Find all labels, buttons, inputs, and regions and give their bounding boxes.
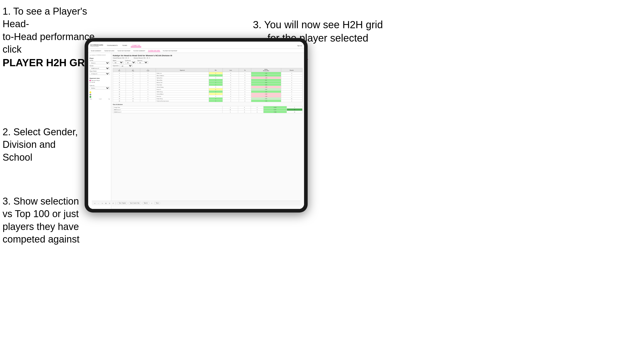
subnav-team-summary[interactable]: TEAM SUMMARY	[90, 50, 102, 52]
ood-cell-win: 1	[223, 106, 238, 109]
col-conf: #Conf	[140, 68, 156, 72]
toolbar-share-btn[interactable]: Share	[154, 202, 160, 204]
cell-win: 0	[209, 77, 223, 79]
table-row: 10 6 3 Andrea York 2 0 0 4.00 4	[113, 81, 303, 84]
toolbar-save-btn[interactable]: Save Custom View	[129, 202, 141, 204]
sidebar-player-rank-select[interactable]: 8. Katelyn Vo	[89, 72, 110, 75]
ood-cell-loss: 0	[238, 109, 251, 111]
sidebar-player-section: Player	[89, 57, 110, 59]
sidebar-player-rank-label: Player (Rank)	[89, 71, 110, 72]
ood-cell-win: 5	[223, 111, 238, 113]
nav-committee[interactable]: COMMITTEE	[131, 44, 141, 47]
cell-opponent: Federica Domenq Lacroze	[156, 100, 209, 102]
filter-conference-select[interactable]: (All)	[125, 61, 136, 64]
cell-opponent: Sydney Kuo	[156, 77, 209, 79]
sidebar-division-select[interactable]: NCAA Division III	[89, 67, 110, 70]
cell-div: 13	[113, 86, 126, 88]
cell-div: 14	[113, 88, 126, 91]
cell-reg: 8	[126, 91, 140, 93]
col-div: #Div	[113, 68, 126, 72]
cell-loss: 0	[223, 81, 239, 84]
cell-diff: 4.00	[251, 74, 281, 77]
ood-cell-loss: 0	[238, 106, 251, 109]
cell-rounds: 4	[281, 72, 303, 74]
toolbar-view-btn[interactable]: View: Original	[117, 202, 127, 204]
cell-win: 0	[209, 86, 223, 88]
sidebar-gender-select[interactable]: Women's	[89, 62, 110, 64]
cell-conf: 3	[140, 81, 156, 84]
step2-line2: Division and	[3, 139, 56, 150]
filter-opponent-select[interactable]: (All)	[137, 61, 148, 64]
ood-cell-tie: 0	[251, 106, 263, 109]
subnav-player-h2h[interactable]: PLAYER H2H GRID	[148, 50, 160, 52]
cell-div: 20	[113, 100, 126, 102]
cell-reg: 1	[126, 93, 140, 95]
ood-cell-diff: 9.267	[263, 109, 287, 111]
sidebar-radio-top100[interactable]: Top 100	[89, 82, 110, 83]
cell-div: 3	[113, 72, 126, 74]
subnav-team-heatmap[interactable]: TEAM H2H HEATMAP	[117, 50, 131, 52]
filter-conference: Conference (All)	[125, 60, 136, 64]
cell-rounds: 9	[281, 88, 303, 91]
cell-div: 19	[113, 98, 126, 100]
bottom-toolbar: ↩ ← ↪ ⊞ ⟲ ↺ View: Original Save Custom V…	[92, 201, 300, 205]
cell-opponent: Jessica Huang	[156, 86, 209, 88]
sidebar: Last Updated: 27/03/2024 16:55:28 Player…	[88, 53, 111, 209]
cell-diff: -5.00	[251, 95, 281, 98]
subnav-player-summary[interactable]: PLAYER SUMMARY	[133, 50, 146, 52]
cell-conf: 1	[140, 86, 156, 88]
sidebar-timestamp: Last Updated: 27/03/2024 16:55:28	[89, 54, 110, 56]
col-tie: Tie	[239, 68, 251, 72]
nav-teams[interactable]: TEAMS	[121, 44, 128, 47]
main-data-table: #Div #Reg #Conf Opponent Win Loss Tie Di…	[113, 68, 303, 102]
table-row: 9 1 4 Sharon Mun 1 0 0 3.67 3	[113, 79, 303, 81]
toolbar-share-icon[interactable]: ⇪	[151, 202, 153, 204]
sidebar-radio-opponents-played[interactable]: Opponents Played	[89, 80, 110, 81]
cell-tie: 0	[239, 81, 251, 84]
cell-diff: 1.25	[251, 91, 281, 93]
cell-rounds: 2	[281, 86, 303, 88]
toolbar-undo[interactable]: ↩	[94, 202, 96, 204]
step1-bold: PLAYER H2H GRID	[3, 57, 95, 68]
cell-loss: 1	[223, 98, 239, 100]
toolbar-redo[interactable]: ↪	[101, 202, 103, 204]
subnav-team-h2h[interactable]: TEAM H2H GRID	[104, 50, 115, 52]
cell-win: 1	[209, 93, 223, 95]
sub-nav: TEAM SUMMARY TEAM H2H GRID TEAM H2H HEAT…	[88, 49, 304, 53]
table-row: 14 7 4 Eunice Yi 2 2 0 0.38 9	[113, 88, 303, 91]
cell-conf: 7	[140, 100, 156, 102]
cell-opponent: Emily Chang	[156, 98, 209, 100]
toolbar-refresh[interactable]: ⟲	[108, 202, 110, 204]
legend-down	[89, 91, 110, 93]
step1-line2: to-Head performance click	[3, 31, 95, 55]
cell-opponent: Andrea York	[156, 81, 209, 84]
filter-region-select[interactable]: (All)	[113, 61, 124, 64]
cell-tie: 0	[239, 86, 251, 88]
cell-loss: 0	[223, 84, 239, 86]
col-rounds: Rounds	[281, 68, 303, 72]
cell-reg: 1	[126, 79, 140, 81]
cell-diff: -1.00	[251, 77, 281, 79]
cell-loss: 0	[223, 74, 239, 77]
table-row: 15 8 5 Stella Cheng 1 0 0 1.25 4	[113, 91, 303, 93]
toolbar-left[interactable]: ←	[97, 202, 100, 204]
cell-opponent: Sharon Mun	[156, 79, 209, 81]
sidebar-colour-by-select[interactable]: Win/loss	[89, 87, 110, 89]
legend-level	[89, 94, 110, 95]
ood-cell-rounds: 2	[287, 106, 302, 109]
step3-bottom-line4: competed against	[3, 234, 79, 245]
nav-tournaments[interactable]: TOURNAMENTS	[106, 44, 119, 47]
out-of-division-header: Out of division	[113, 104, 303, 105]
filter-region: Region (All)	[113, 60, 124, 64]
nav-sign-out[interactable]: Sign out	[297, 45, 302, 46]
toolbar-watch-btn[interactable]: Watch ▾	[143, 202, 149, 204]
cell-win: 2	[209, 88, 223, 91]
cell-div: 6	[113, 77, 126, 79]
cell-win: 1	[209, 74, 223, 77]
subnav-player-heatmap[interactable]: PLAYER H2H HEATMAP	[162, 50, 178, 52]
legend-down-circle	[89, 91, 91, 93]
toolbar-grid[interactable]: ⊞	[105, 202, 107, 204]
opponents-filter-select[interactable]: (All)	[120, 65, 133, 67]
cell-conf: 5	[140, 91, 156, 93]
toolbar-history[interactable]: ↺	[112, 202, 114, 204]
